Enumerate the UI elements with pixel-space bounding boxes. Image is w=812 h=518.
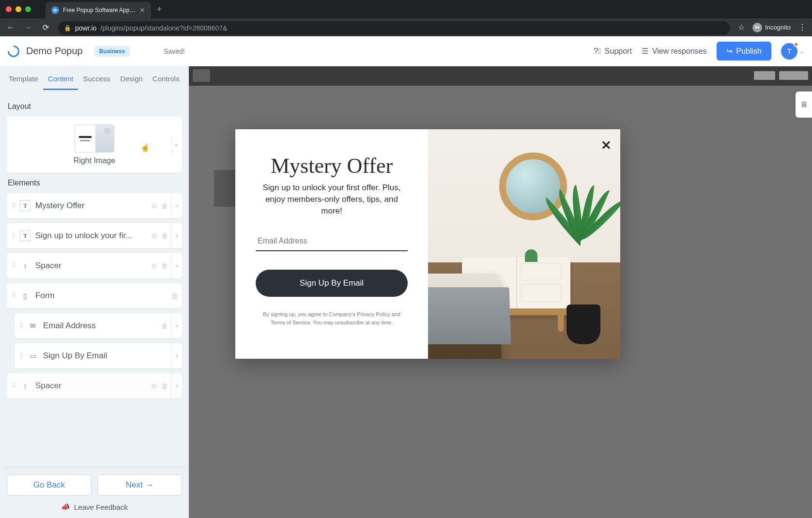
element-text-title[interactable]: ⠿ T Mystery Offer ⧉ 🗑 › — [7, 193, 182, 218]
url-field[interactable]: 🔒 powr.io/plugins/popup/standalone?id=28… — [58, 21, 730, 35]
list-icon: ☰ — [642, 46, 648, 56]
layout-section-heading: Layout — [8, 102, 182, 111]
publish-button[interactable]: ↪ Publish — [717, 42, 771, 61]
element-spacer-2[interactable]: ⠿ ↕ Spacer ⧉ 🗑 › — [7, 373, 182, 398]
delete-icon[interactable]: 🗑 — [161, 382, 168, 390]
tab-template[interactable]: Template — [4, 68, 43, 90]
drag-handle-icon[interactable]: ⠿ — [12, 232, 15, 239]
email-icon: ✉ — [28, 320, 38, 331]
next-button[interactable]: Next → — [97, 474, 182, 496]
account-menu[interactable]: T ⌄ — [781, 43, 804, 60]
text-icon: T — [20, 200, 31, 211]
share-icon: ↪ — [726, 46, 733, 56]
minimize-window-button[interactable] — [15, 6, 21, 12]
chevron-right-icon[interactable]: › — [171, 373, 178, 398]
element-actions: ⧉ 🗑 — [152, 202, 168, 210]
elements-section-heading: Elements — [8, 179, 182, 187]
element-label: Sign Up By Email — [43, 351, 168, 361]
element-text-subtitle[interactable]: ⠿ T Sign up to unlock your fir... ⧉ 🗑 › — [7, 223, 182, 248]
element-actions: ⧉ 🗑 — [152, 232, 168, 240]
drag-handle-icon[interactable]: ⠿ — [12, 382, 15, 389]
close-window-button[interactable] — [6, 6, 12, 12]
header-actions: ?⃝ Support ☰ View responses ↪ Publish T … — [594, 42, 804, 61]
chevron-right-icon[interactable]: › — [171, 313, 178, 338]
back-button[interactable]: ← — [6, 23, 15, 32]
element-actions: ⧉ 🗑 — [152, 382, 168, 390]
layout-thumbnail-icon — [75, 124, 114, 152]
chevron-right-icon[interactable]: › — [171, 193, 178, 218]
chevron-right-icon[interactable]: › — [171, 343, 178, 368]
duplicate-icon[interactable]: ⧉ — [152, 202, 156, 210]
duplicate-icon[interactable]: ⧉ — [152, 382, 156, 390]
popup-preview: Mystery Offer Sign up to unlock your fir… — [235, 129, 620, 359]
desktop-icon: 🖥 — [800, 100, 808, 109]
maximize-window-button[interactable] — [25, 6, 31, 12]
incognito-badge: 🕶 Incognito — [752, 23, 791, 32]
main: Template Content Success Design Controls… — [0, 66, 812, 518]
saved-status: Saved! — [164, 47, 185, 55]
address-bar-right: ☆ 🕶 Incognito ⋮ — [738, 23, 806, 32]
tab-design[interactable]: Design — [115, 68, 148, 90]
tab-controls[interactable]: Controls — [148, 68, 184, 90]
element-form[interactable]: ⠿ ▯ Form 🗑 — [7, 283, 182, 308]
browser-chrome: ⟳ Free Popup Software Applicati ✕ + ← → … — [0, 0, 812, 36]
drag-handle-icon[interactable]: ⠿ — [12, 262, 15, 269]
powr-logo-icon — [5, 43, 22, 60]
wizard-nav: Go Back Next → — [7, 474, 182, 496]
email-input[interactable] — [256, 232, 408, 251]
plan-badge[interactable]: Business — [94, 46, 130, 57]
plant-icon — [550, 184, 617, 344]
duplicate-icon[interactable]: ⧉ — [152, 262, 156, 270]
go-back-button[interactable]: Go Back — [7, 474, 92, 496]
delete-icon[interactable]: 🗑 — [161, 232, 168, 240]
popup-content: Mystery Offer Sign up to unlock your fir… — [235, 129, 428, 359]
chevron-right-icon[interactable]: › — [171, 253, 178, 278]
publish-label: Publish — [736, 47, 762, 56]
spacer-icon: ↕ — [20, 260, 31, 271]
element-email-field[interactable]: ⠿ ✉ Email Address 🗑 › — [15, 313, 182, 338]
tab-content[interactable]: Content — [43, 68, 78, 90]
popup-subtitle: Sign up to unlock your first offer. Plus… — [256, 182, 408, 216]
duplicate-icon[interactable]: ⧉ — [152, 232, 156, 240]
reload-button[interactable]: ⟳ — [41, 23, 50, 32]
popup-close-button[interactable]: ✕ — [601, 138, 612, 153]
tab-close-icon[interactable]: ✕ — [139, 6, 145, 14]
drag-handle-icon[interactable]: ⠿ — [19, 322, 23, 329]
signup-button[interactable]: Sign Up By Email — [256, 270, 408, 297]
browser-tab[interactable]: ⟳ Free Popup Software Applicati ✕ — [46, 2, 151, 18]
layout-next-button[interactable]: › — [171, 136, 180, 153]
button-icon: ▭ — [28, 350, 38, 361]
app: Demo Popup Business Saved! ?⃝ Support ☰ … — [0, 36, 812, 518]
leave-feedback-link[interactable]: 📣 Leave Feedback — [7, 501, 182, 514]
layout-selector[interactable]: Right Image › ☝ — [7, 117, 182, 173]
browser-menu-icon[interactable]: ⋮ — [798, 23, 806, 32]
popup-image — [428, 129, 620, 359]
bed-icon — [428, 274, 502, 359]
delete-icon[interactable]: 🗑 — [161, 322, 168, 330]
window-controls — [6, 6, 31, 12]
url-path: /plugins/popup/standalone?id=28008607& — [100, 24, 227, 32]
delete-icon[interactable]: 🗑 — [171, 292, 178, 300]
new-tab-button[interactable]: + — [157, 4, 162, 15]
chevron-right-icon[interactable]: › — [171, 223, 178, 248]
chevron-down-icon: ⌄ — [799, 48, 804, 55]
drag-handle-icon[interactable]: ⠿ — [12, 292, 15, 299]
bookmark-icon[interactable]: ☆ — [738, 23, 745, 32]
drag-handle-icon[interactable]: ⠿ — [19, 352, 23, 359]
element-label: Mystery Offer — [35, 201, 152, 211]
sidebar-scroll[interactable]: Layout Right Image › ☝ Elements ⠿ — [0, 91, 189, 469]
support-link[interactable]: ?⃝ Support — [594, 47, 632, 56]
delete-icon[interactable]: 🗑 — [161, 262, 168, 270]
element-submit-button[interactable]: ⠿ ▭ Sign Up By Email › — [15, 343, 182, 368]
forward-button[interactable]: → — [23, 23, 33, 32]
view-responses-link[interactable]: ☰ View responses — [642, 46, 707, 56]
delete-icon[interactable]: 🗑 — [161, 202, 168, 210]
device-toggle-button[interactable]: 🖥 — [796, 91, 812, 118]
element-label: Form — [35, 291, 171, 301]
next-label: Next — [126, 480, 143, 490]
drag-handle-icon[interactable]: ⠿ — [12, 202, 15, 209]
element-spacer[interactable]: ⠿ ↕ Spacer ⧉ 🗑 › — [7, 253, 182, 278]
tab-success[interactable]: Success — [78, 68, 115, 90]
view-responses-label: View responses — [652, 47, 707, 56]
editor-tabs: Template Content Success Design Controls — [0, 66, 189, 91]
